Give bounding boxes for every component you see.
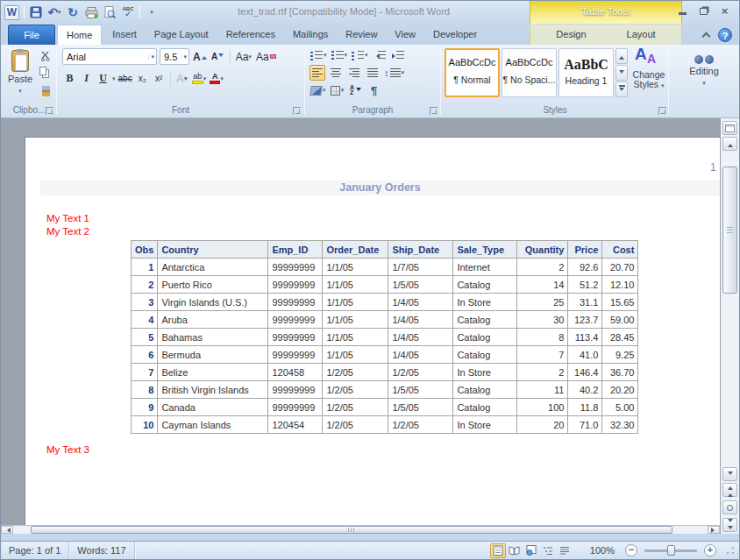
format-painter-button[interactable] xyxy=(38,83,53,99)
scroll-right-button[interactable] xyxy=(708,526,720,534)
table-cell[interactable]: 120454 xyxy=(268,416,323,434)
tab-insert[interactable]: Insert xyxy=(103,25,146,45)
numbering-button[interactable]: ▾ xyxy=(331,47,349,63)
grow-font-button[interactable]: A xyxy=(192,48,208,65)
red-text-3[interactable]: My Text 3 xyxy=(46,444,89,455)
table-cell[interactable]: 7 xyxy=(132,364,158,381)
table-cell[interactable]: 3 xyxy=(132,294,158,311)
table-cell[interactable]: 1/5/05 xyxy=(388,276,453,294)
table-cell[interactable]: 2 xyxy=(517,259,568,276)
table-cell[interactable]: Catalog xyxy=(453,346,517,364)
column-header[interactable]: Country xyxy=(158,241,268,259)
page-number[interactable]: 1 xyxy=(710,161,716,174)
font-size-select[interactable]: 9.5▾ xyxy=(160,48,189,65)
table-cell[interactable]: 9.25 xyxy=(602,346,638,364)
print-layout-view-button[interactable] xyxy=(490,543,506,558)
close-button[interactable]: × xyxy=(717,4,732,18)
horizontal-scrollbar[interactable] xyxy=(1,525,720,534)
undo-button[interactable]: ↶▾ xyxy=(47,4,61,20)
align-right-button[interactable] xyxy=(346,65,362,81)
tab-home[interactable]: Home xyxy=(57,25,102,45)
table-cell[interactable]: 99999999 xyxy=(268,346,323,364)
line-spacing-button[interactable]: ↕▾ xyxy=(383,65,405,81)
table-cell[interactable]: 9 xyxy=(132,399,158,416)
table-cell[interactable]: Internet xyxy=(453,259,517,276)
tab-references[interactable]: References xyxy=(217,25,284,45)
restore-button[interactable] xyxy=(696,4,711,18)
outline-view-button[interactable] xyxy=(540,543,556,558)
table-cell[interactable]: 1/1/05 xyxy=(323,294,388,311)
table-cell[interactable]: 99999999 xyxy=(268,381,323,399)
table-cell[interactable]: 113.4 xyxy=(568,329,602,346)
text-effects-button[interactable]: A▾ xyxy=(174,70,189,87)
tab-view[interactable]: View xyxy=(386,25,424,45)
table-cell[interactable]: 20.70 xyxy=(602,259,638,276)
word-count-status[interactable]: Words: 117 xyxy=(69,542,134,559)
table-cell[interactable]: Catalog xyxy=(453,381,517,399)
tab-design[interactable]: Design xyxy=(547,25,594,45)
dialog-launcher-icon[interactable] xyxy=(293,107,301,115)
dropdown-icon[interactable]: ▾ xyxy=(345,53,348,58)
table-cell[interactable]: 28.45 xyxy=(602,329,638,346)
table-cell[interactable]: Bahamas xyxy=(158,329,268,346)
page-count-status[interactable]: Page: 1 of 1 xyxy=(1,542,69,559)
table-cell[interactable]: British Virgin Islands xyxy=(158,381,268,399)
table-cell[interactable]: 14 xyxy=(517,276,568,294)
red-text-1[interactable]: My Text 1 xyxy=(46,213,89,223)
zoom-in-button[interactable]: + xyxy=(704,544,716,556)
table-cell[interactable]: 31.1 xyxy=(568,294,602,311)
table-cell[interactable]: 99999999 xyxy=(268,311,323,329)
column-header[interactable]: Obs xyxy=(132,241,158,259)
scroll-left-button[interactable] xyxy=(1,526,13,534)
zoom-slider-thumb[interactable] xyxy=(667,545,675,556)
previous-page-button[interactable] xyxy=(722,483,737,497)
shrink-font-button[interactable]: A xyxy=(210,48,225,65)
table-cell[interactable]: 123.7 xyxy=(568,311,602,329)
table-cell[interactable]: 32.30 xyxy=(602,416,638,434)
table-cell[interactable]: 146.4 xyxy=(568,364,602,381)
table-cell[interactable]: 1/5/05 xyxy=(388,399,453,416)
styles-scroll-down-button[interactable] xyxy=(615,65,628,81)
column-header[interactable]: Cost xyxy=(602,241,638,259)
resize-grip[interactable] xyxy=(725,545,736,556)
dropdown-icon[interactable]: ▾ xyxy=(220,76,224,82)
dropdown-icon[interactable]: ▾ xyxy=(341,88,345,93)
customize-qat-button[interactable]: ▾ xyxy=(145,4,159,20)
orders-table[interactable]: ObsCountryEmp_IDOrder_DateShip_DateSale_… xyxy=(131,240,638,434)
table-cell[interactable]: 2 xyxy=(517,364,568,381)
bullets-button[interactable]: ▾ xyxy=(310,47,328,63)
title-bar[interactable]: W ↶▾ ↻ ABC✓ ▾ text_trad.rtf [Compatibili… xyxy=(1,1,739,25)
table-cell[interactable]: 8 xyxy=(517,329,568,346)
web-layout-view-button[interactable] xyxy=(523,543,539,558)
table-cell[interactable]: 1/2/05 xyxy=(323,399,388,416)
table-cell[interactable]: 1/4/05 xyxy=(388,329,453,346)
table-cell[interactable]: 40.2 xyxy=(568,381,602,399)
dialog-launcher-icon[interactable] xyxy=(430,107,438,115)
font-name-select[interactable]: Arial▾ xyxy=(62,48,157,65)
table-cell[interactable]: 71.0 xyxy=(568,416,602,434)
scroll-up-button[interactable] xyxy=(722,137,737,151)
redo-button[interactable]: ↻ xyxy=(66,4,80,20)
document-title[interactable]: January Orders xyxy=(339,181,420,194)
table-cell[interactable]: 92.6 xyxy=(568,259,602,276)
help-button[interactable]: ? xyxy=(718,28,732,42)
change-case-button[interactable]: Aa▾ xyxy=(235,48,253,65)
dialog-launcher-icon[interactable] xyxy=(658,107,666,115)
paste-button[interactable]: Paste ▾ xyxy=(4,47,36,103)
underline-dropdown-icon[interactable]: ▾ xyxy=(112,76,116,82)
table-cell[interactable]: 99999999 xyxy=(268,294,323,311)
dropdown-icon[interactable]: ▾ xyxy=(365,53,368,58)
style-heading1[interactable]: AaBbC Heading 1 xyxy=(559,48,614,97)
tab-file[interactable]: File xyxy=(8,25,55,45)
table-cell[interactable]: 99999999 xyxy=(268,276,323,294)
table-cell[interactable]: 1/2/05 xyxy=(388,416,453,434)
table-cell[interactable]: 2 xyxy=(132,276,158,294)
table-cell[interactable]: 11 xyxy=(517,381,568,399)
table-cell[interactable]: 20 xyxy=(517,416,568,434)
column-header[interactable]: Quantity xyxy=(517,241,568,259)
table-cell[interactable]: 51.2 xyxy=(568,276,602,294)
minimize-ribbon-icon[interactable] xyxy=(702,32,711,41)
table-cell[interactable]: 1/2/05 xyxy=(388,364,453,381)
column-header[interactable]: Order_Date xyxy=(323,241,388,259)
table-cell[interactable]: In Store xyxy=(453,294,517,311)
